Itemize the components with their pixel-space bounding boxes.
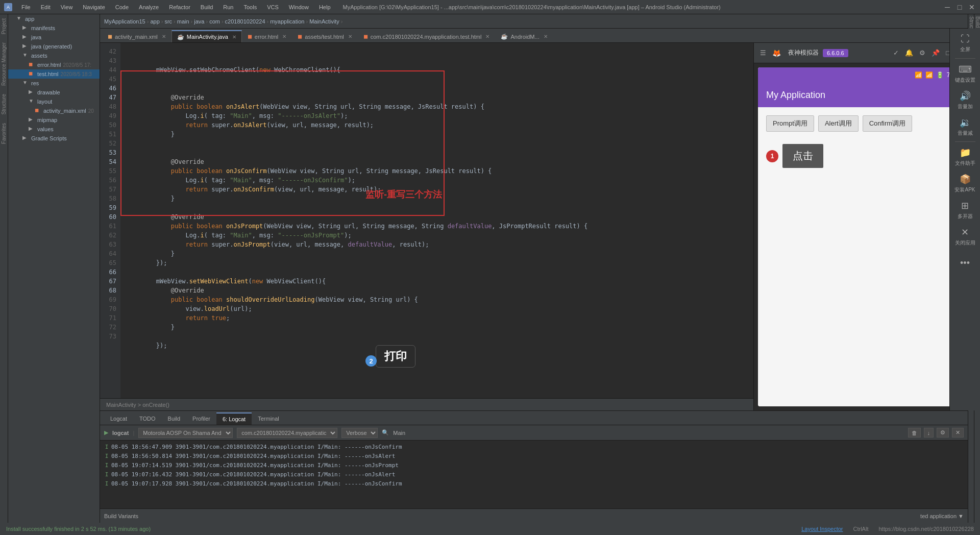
tree-item-label: manifests (31, 25, 55, 31)
tree-item-app[interactable]: ▼ app (8, 14, 100, 23)
code-editor[interactable]: mWebView.setWebChromeClient(new WebChrom… (120, 43, 753, 398)
logcat-settings-button[interactable]: ⚙ (937, 428, 949, 437)
close-logcat-button[interactable]: ✕ (952, 428, 964, 437)
menu-window[interactable]: Window (287, 3, 311, 11)
breadcrumb-item[interactable]: MyApplication15 (104, 18, 145, 25)
tab-icon: ☕ (177, 34, 184, 40)
menu-navigate[interactable]: Navigate (81, 3, 107, 11)
volume-down-button[interactable]: 🔉 音量减 (952, 114, 968, 139)
tree-item-error-html[interactable]: ◼ error.html 2020/8/5 17: (8, 60, 100, 69)
breadcrumb-item[interactable]: src (164, 18, 172, 25)
menu-code[interactable]: Code (113, 3, 131, 11)
log-level-selector[interactable]: Verbose Debug Info Warn Error (341, 428, 378, 438)
tab-label: MainActivity.java (187, 34, 228, 40)
click-button[interactable]: 点击 (782, 144, 823, 168)
menu-file[interactable]: File (19, 3, 33, 11)
close-app-button[interactable]: ✕ 关闭应用 (952, 224, 968, 249)
close-button[interactable]: ✕ (968, 3, 976, 11)
tab-activity-main-xml[interactable]: ◼ activity_main.xml ✕ (102, 30, 172, 42)
status-ctrl-alt: CtrlAlt (853, 526, 869, 532)
tree-item-activity-main[interactable]: ◼ activity_main.xml 20 (8, 106, 100, 115)
favorites-icon[interactable]: Favorites (0, 121, 8, 146)
tree-item-values[interactable]: ▶ values (8, 125, 100, 134)
tab-assets-test-html[interactable]: ◼ assets/test.html ✕ (292, 30, 357, 42)
alert-button[interactable]: Alert调用 (818, 115, 859, 132)
breadcrumb-item[interactable]: main (177, 18, 189, 25)
tree-item-assets[interactable]: ▼ assets (8, 51, 100, 60)
tab-long-html[interactable]: ◼ com.c201801020224.myapplication.test.h… (358, 30, 496, 42)
tree-item-layout[interactable]: ▼ layout (8, 97, 100, 106)
tree-item-test-html[interactable]: ◼ test.html 2020/8/5 18:3 (8, 69, 100, 79)
confirm-button[interactable]: Confirm调用 (863, 115, 913, 132)
install-apk-button[interactable]: 📦 安装APK (952, 171, 968, 196)
clear-log-button[interactable]: 🗑 (908, 428, 921, 437)
keyboard-settings-button[interactable]: ⌨ 键盘设置 (952, 61, 968, 86)
logcat-toolbar: ▶ logcat | Motorola AOSP On Shama And co… (100, 425, 968, 441)
tab-close-button[interactable]: ✕ (232, 34, 236, 40)
maximize-button[interactable]: □ (955, 3, 964, 11)
tree-item-label: activity_main.xml (43, 108, 86, 114)
breadcrumb-item[interactable]: com (209, 18, 220, 25)
tab-build[interactable]: Build (162, 412, 186, 425)
structure-icon[interactable]: Structure (0, 92, 8, 117)
tab-close-button[interactable]: ✕ (162, 34, 166, 39)
menu-analyze[interactable]: Analyze (137, 3, 161, 11)
file-icon: 📁 (960, 147, 968, 158)
menu-help[interactable]: Help (317, 3, 333, 11)
tab-close-button[interactable]: ✕ (282, 34, 286, 39)
prompt-button[interactable]: Prompt调用 (766, 115, 814, 132)
tab-profiler[interactable]: Profiler (186, 412, 216, 425)
menu-build[interactable]: Build (199, 3, 215, 11)
emulator-settings-btn[interactable]: ⚙ (917, 47, 927, 59)
fullscreen-button[interactable]: ⛶ 全屏 (952, 43, 968, 56)
tab-terminal[interactable]: Terminal (252, 412, 285, 425)
breadcrumb-item[interactable]: myapplication (270, 18, 304, 25)
emulator-minimize-btn[interactable]: ✓ (891, 47, 901, 59)
folder-icon: ▶ (22, 43, 30, 50)
tree-item-java-generated[interactable]: ▶ java (generated) (8, 42, 100, 51)
volume-up-button[interactable]: 🔊 音量加 (952, 87, 968, 113)
tree-item-gradle[interactable]: ▶ Gradle Scripts (8, 134, 100, 143)
breadcrumb-item[interactable]: java (194, 18, 204, 25)
tree-item-drawable[interactable]: ▶ drawable (8, 88, 100, 97)
tab-error-html[interactable]: ◼ error.html ✕ (242, 30, 292, 42)
device-selector[interactable]: Motorola AOSP On Shama And (138, 428, 233, 438)
tab-logcat-active[interactable]: 6: Logcat (216, 412, 252, 425)
tab-logcat-top[interactable]: Logcat (104, 412, 133, 425)
breadcrumb-item[interactable]: app (150, 18, 159, 25)
breadcrumb-item[interactable]: c201801020224 (225, 18, 265, 25)
menu-view[interactable]: View (59, 3, 75, 11)
emulator-menu-btn[interactable]: ☰ (758, 47, 768, 59)
emulator-notification-btn[interactable]: 🔔 (903, 47, 915, 59)
package-selector[interactable]: com.c201801020224.myapplicatic (237, 428, 337, 438)
tab-label: AndroidM... (510, 34, 539, 40)
tab-close-button[interactable]: ✕ (485, 34, 489, 39)
tree-item-date: 2020/8/5 18:3 (61, 71, 92, 77)
tab-androidm[interactable]: ☕ AndroidM... ✕ (495, 30, 553, 42)
layout-inspector-link[interactable]: Layout Inspector (801, 526, 843, 532)
tree-item-res[interactable]: ▼ res (8, 79, 100, 88)
tree-item-java[interactable]: ▶ java (8, 33, 100, 42)
menu-tools[interactable]: Tools (241, 3, 259, 11)
tree-item-manifests[interactable]: ▶ manifests (8, 23, 100, 33)
emulator-pin-btn[interactable]: 📌 (929, 47, 942, 59)
menu-vcs[interactable]: VCS (265, 3, 281, 11)
tab-close-button[interactable]: ✕ (544, 34, 548, 39)
tab-close-button[interactable]: ✕ (348, 34, 352, 39)
scroll-to-end-button[interactable]: ↓ (924, 428, 934, 437)
tree-item-mipmap[interactable]: ▶ mipmap (8, 115, 100, 125)
tab-mainactivity-java[interactable]: ☕ MainActivity.java ✕ (172, 30, 242, 42)
menu-refactor[interactable]: Refactor (167, 3, 192, 11)
resource-manager-icon[interactable]: Resource Manager (0, 40, 8, 88)
minimize-button[interactable]: ─ (943, 3, 951, 11)
file-assistant-button[interactable]: 📁 文件助手 (952, 144, 968, 169)
breadcrumb-item-file[interactable]: MainActivity (309, 18, 339, 25)
menu-run[interactable]: Run (221, 3, 235, 11)
multi-open-button[interactable]: ⊞ 多开器 (952, 197, 968, 223)
tab-todo[interactable]: TODO (133, 412, 162, 425)
dropdown-icon[interactable]: ▼ (958, 513, 964, 519)
menu-edit[interactable]: Edit (39, 3, 53, 11)
log-level-indicator: I (104, 461, 109, 470)
more-button[interactable]: ••• (952, 250, 968, 276)
project-icon[interactable]: Project (0, 16, 8, 36)
